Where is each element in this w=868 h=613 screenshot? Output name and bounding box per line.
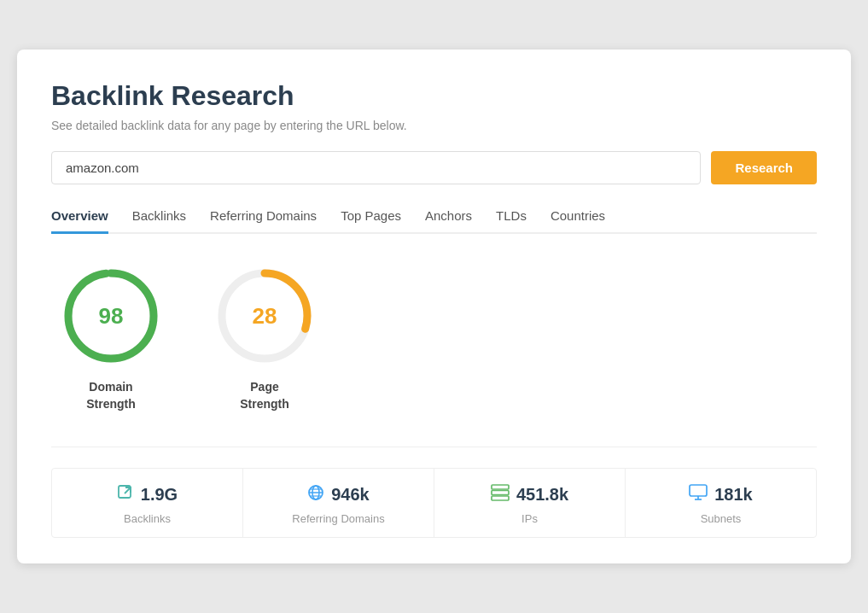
referring-domains-label: Referring Domains (292, 512, 384, 525)
page-strength-metric: 28 PageStrength (213, 265, 316, 412)
link-icon (117, 484, 134, 505)
domain-strength-label: DomainStrength (86, 379, 136, 412)
globe-icon (307, 484, 324, 505)
domain-strength-circle: 98 (60, 265, 162, 367)
stack-icon (491, 484, 510, 505)
divider (51, 447, 817, 447)
domain-strength-metric: 98 DomainStrength (60, 265, 162, 412)
svg-rect-12 (492, 491, 509, 495)
tab-backlinks[interactable]: Backlinks (132, 208, 186, 232)
stat-subnets: 181k Subnets (626, 469, 816, 537)
search-input[interactable] (51, 151, 701, 184)
subnets-value: 181k (714, 485, 753, 505)
stat-ips-value-row: 451.8k (491, 484, 568, 505)
svg-rect-14 (690, 485, 707, 496)
tab-overview[interactable]: Overview (51, 208, 108, 234)
page-strength-label: PageStrength (240, 379, 289, 412)
tabs-nav: Overview Backlinks Referring Domains Top… (51, 208, 817, 234)
referring-domains-value: 946k (331, 485, 370, 505)
ips-value: 451.8k (516, 485, 568, 505)
stat-referring-domains-value-row: 946k (307, 484, 370, 505)
svg-rect-11 (492, 485, 509, 489)
stat-ips: 451.8k IPs (434, 469, 626, 537)
stat-backlinks: 1.9G Backlinks (52, 469, 243, 537)
stat-backlinks-value-row: 1.9G (117, 484, 178, 505)
tab-tlds[interactable]: TLDs (496, 208, 527, 232)
stats-row: 1.9G Backlinks 946k Referring Domains (51, 468, 817, 538)
metrics-row: 98 DomainStrength 28 PageStrength (51, 265, 817, 412)
ips-label: IPs (521, 512, 538, 525)
stat-referring-domains: 946k Referring Domains (243, 469, 434, 537)
subnets-label: Subnets (701, 512, 742, 525)
backlinks-value: 1.9G (141, 485, 178, 505)
tab-anchors[interactable]: Anchors (425, 208, 472, 232)
search-row: Research (51, 151, 817, 184)
svg-rect-13 (492, 496, 509, 500)
domain-strength-value: 98 (99, 302, 124, 329)
page-title: Backlink Research (51, 80, 817, 112)
tab-countries[interactable]: Countries (551, 208, 605, 232)
page-subtitle: See detailed backlink data for any page … (51, 119, 817, 132)
research-button[interactable]: Research (711, 151, 817, 184)
tab-top-pages[interactable]: Top Pages (341, 208, 401, 232)
page-strength-circle: 28 (213, 265, 316, 367)
stat-subnets-value-row: 181k (689, 484, 753, 505)
backlinks-label: Backlinks (124, 512, 171, 525)
monitor-icon (689, 484, 708, 505)
tab-referring-domains[interactable]: Referring Domains (210, 208, 317, 232)
page-strength-value: 28 (253, 302, 277, 329)
svg-line-5 (125, 487, 131, 493)
main-card: Backlink Research See detailed backlink … (17, 50, 851, 563)
